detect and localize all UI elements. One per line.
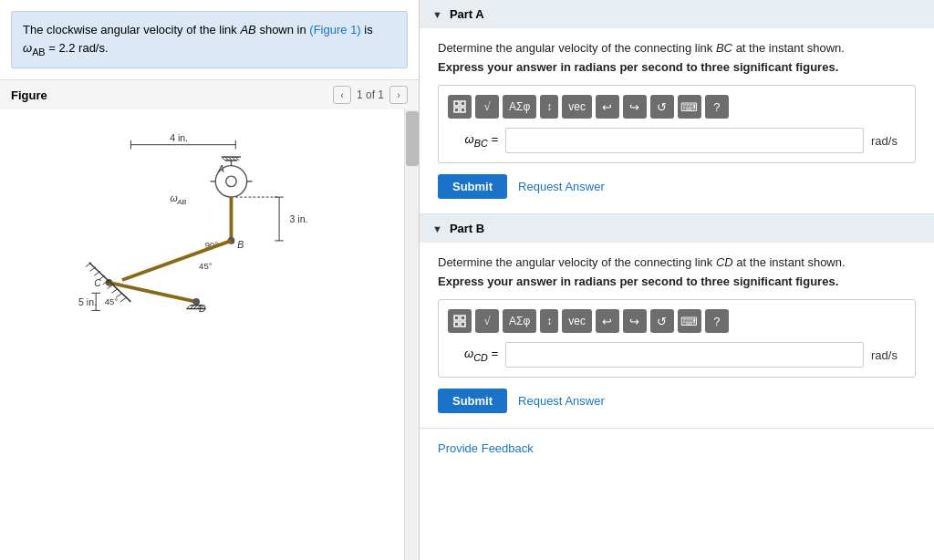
svg-text:4 in.: 4 in. xyxy=(170,132,188,143)
part-b-header[interactable]: ▼ Part B xyxy=(420,214,934,243)
part-b-answer-box: √ AΣφ ↕ vec ↩ ↪ ↺ ⌨ ? ωCD = rad/s xyxy=(438,299,916,378)
figure-canvas: 4 in. A ω AB xyxy=(0,109,419,560)
figure-nav: ‹ 1 of 1 › xyxy=(333,86,408,104)
keyboard-icon-button-a[interactable]: ⌨ xyxy=(678,95,701,119)
part-a-description: Determine the angular velocity of the co… xyxy=(438,41,916,55)
part-a-label: Part A xyxy=(450,7,484,21)
svg-rect-58 xyxy=(454,101,459,106)
asigma-button-b[interactable]: AΣφ xyxy=(503,309,536,333)
help-icon-button-a[interactable]: ? xyxy=(705,95,729,119)
right-panel: ▼ Part A Determine the angular velocity … xyxy=(420,0,934,560)
part-a-input-label: ωBC = xyxy=(448,132,498,149)
next-figure-button[interactable]: › xyxy=(389,86,408,104)
part-b-toolbar: √ AΣφ ↕ vec ↩ ↪ ↺ ⌨ ? xyxy=(448,309,906,333)
svg-text:5 in.: 5 in. xyxy=(78,296,97,307)
svg-text:3 in.: 3 in. xyxy=(290,213,308,224)
svg-rect-60 xyxy=(454,108,459,112)
svg-rect-65 xyxy=(461,322,465,327)
svg-line-22 xyxy=(122,241,232,280)
figure-svg: 4 in. A ω AB xyxy=(9,119,392,319)
problem-text: The clockwise angular velocity of the li… xyxy=(23,23,373,36)
part-b-description: Determine the angular velocity of the co… xyxy=(438,255,916,269)
figure-area: Figure ‹ 1 of 1 › 4 in. A xyxy=(0,79,419,560)
keyboard-icon-button-b[interactable]: ⌨ xyxy=(678,309,701,333)
arrows-button-a[interactable]: ↕ xyxy=(540,95,558,119)
part-a-answer-box: √ AΣφ ↕ vec ↩ ↪ ↺ ⌨ ? ωBC = rad/s xyxy=(438,85,916,163)
redo-icon-button-b[interactable]: ↪ xyxy=(623,309,647,333)
part-b-section: ▼ Part B Determine the angular velocity … xyxy=(420,214,934,429)
problem-statement: The clockwise angular velocity of the li… xyxy=(11,11,408,68)
radical-icon-button[interactable]: √ xyxy=(475,95,499,119)
part-a-request-answer-link[interactable]: Request Answer xyxy=(518,180,605,193)
redo-icon-button-a[interactable]: ↪ xyxy=(623,95,647,119)
part-a-input-row: ωBC = rad/s xyxy=(448,128,906,153)
part-a-toolbar: √ AΣφ ↕ vec ↩ ↪ ↺ ⌨ ? xyxy=(448,95,906,119)
asigma-button-a[interactable]: AΣφ xyxy=(503,95,536,119)
undo-icon-button-a[interactable]: ↩ xyxy=(596,95,619,119)
omega-value: ωAB = 2.2 rad/s. xyxy=(23,41,109,55)
vec-button-b[interactable]: vec xyxy=(562,309,592,333)
svg-line-51 xyxy=(94,272,100,276)
svg-line-57 xyxy=(120,297,127,302)
refresh-icon-button-b[interactable]: ↺ xyxy=(650,309,674,333)
svg-line-55 xyxy=(111,289,118,294)
svg-rect-61 xyxy=(461,108,465,112)
provide-feedback-link[interactable]: Provide Feedback xyxy=(420,429,934,468)
part-a-content: Determine the angular velocity of the co… xyxy=(420,28,934,213)
part-a-header[interactable]: ▼ Part A xyxy=(420,0,934,28)
vec-button-a[interactable]: vec xyxy=(562,95,592,119)
svg-text:45°: 45° xyxy=(105,296,119,306)
svg-text:AB: AB xyxy=(176,198,186,206)
part-b-actions: Submit Request Answer xyxy=(438,389,916,413)
figure-page: 1 of 1 xyxy=(357,88,384,101)
part-b-content: Determine the angular velocity of the co… xyxy=(420,243,934,428)
svg-rect-64 xyxy=(454,322,459,327)
part-b-input-row: ωCD = rad/s xyxy=(448,342,906,368)
part-a-submit-button[interactable]: Submit xyxy=(438,174,507,199)
part-b-submit-button[interactable]: Submit xyxy=(438,389,507,413)
matrix-icon-button[interactable] xyxy=(448,95,472,119)
figure-link[interactable]: (Figure 1) xyxy=(309,23,360,36)
left-panel: The clockwise angular velocity of the li… xyxy=(0,0,420,560)
svg-point-6 xyxy=(226,176,236,186)
part-b-input-label: ωCD = xyxy=(448,347,498,363)
svg-line-26 xyxy=(109,283,197,302)
help-icon-button-b[interactable]: ? xyxy=(705,309,729,333)
figure-header: Figure ‹ 1 of 1 › xyxy=(0,79,419,109)
part-b-request-answer-link[interactable]: Request Answer xyxy=(518,394,605,408)
scroll-thumb xyxy=(406,111,419,166)
part-b-answer-input[interactable] xyxy=(505,342,864,368)
part-b-label: Part B xyxy=(450,222,484,235)
svg-text:B: B xyxy=(237,239,244,250)
undo-icon-button-b[interactable]: ↩ xyxy=(596,309,619,333)
part-a-unit: rad/s xyxy=(871,134,906,148)
part-a-instruction: Express your answer in radians per secon… xyxy=(438,60,916,74)
part-a-actions: Submit Request Answer xyxy=(438,174,916,199)
svg-point-5 xyxy=(215,166,246,197)
svg-rect-59 xyxy=(461,101,465,106)
svg-rect-62 xyxy=(454,316,459,320)
part-b-instruction: Express your answer in radians per secon… xyxy=(438,275,916,288)
figure-scrollbar[interactable] xyxy=(404,109,419,560)
part-b-collapse-arrow: ▼ xyxy=(432,223,442,234)
part-a-section: ▼ Part A Determine the angular velocity … xyxy=(420,0,934,214)
refresh-icon-button-a[interactable]: ↺ xyxy=(650,95,674,119)
part-a-collapse-arrow: ▼ xyxy=(432,9,442,20)
figure-title: Figure xyxy=(11,88,47,102)
part-a-answer-input[interactable] xyxy=(505,128,864,153)
arrows-button-b[interactable]: ↕ xyxy=(540,309,558,333)
svg-line-56 xyxy=(116,294,122,298)
part-b-unit: rad/s xyxy=(871,348,906,362)
svg-text:45°: 45° xyxy=(199,261,213,271)
radical-icon-button-b[interactable]: √ xyxy=(475,309,499,333)
svg-rect-63 xyxy=(461,316,465,320)
matrix-icon-button-b[interactable] xyxy=(448,309,472,333)
prev-figure-button[interactable]: ‹ xyxy=(333,86,351,104)
